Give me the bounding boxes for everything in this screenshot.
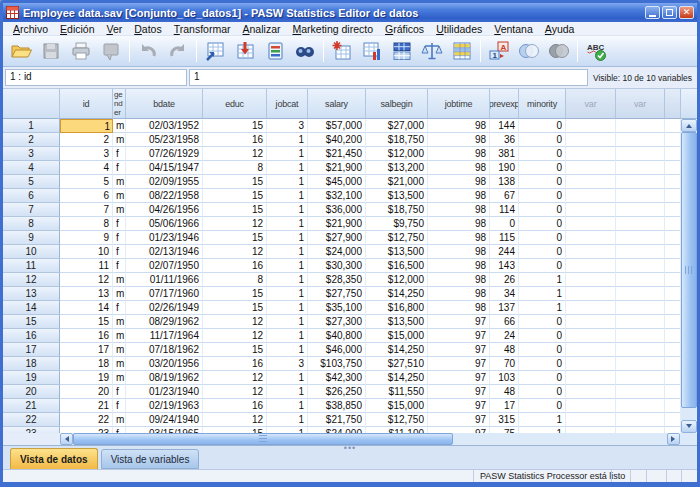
cell-7-jobtime[interactable]: 98 [428,203,490,217]
cell-3-salbegin[interactable]: $12,000 [366,147,428,161]
use-variable-sets-icon[interactable] [514,38,544,65]
cell-4-var[interactable] [566,161,616,175]
close-button[interactable]: ✕ [679,6,694,19]
cell-10-prevexp[interactable]: 244 [490,245,519,259]
cell-21-var[interactable] [566,399,616,413]
cell-9-var[interactable] [665,231,681,245]
cell-1-prevexp[interactable]: 144 [490,119,519,133]
cell-10-var[interactable] [616,245,665,259]
cell-17-salbegin[interactable]: $14,250 [366,343,428,357]
column-header-jobcat[interactable]: jobcat [267,89,308,119]
cell-5-jobtime[interactable]: 98 [428,175,490,189]
cell-1-var[interactable] [665,119,681,133]
cell-22-var[interactable] [665,413,681,427]
cell-7-salary[interactable]: $36,000 [308,203,366,217]
cell-15-educ[interactable]: 12 [203,315,267,329]
cell-14-educ[interactable]: 15 [203,301,267,315]
cell-17-minority[interactable]: 0 [519,343,566,357]
cell-7-jobcat[interactable]: 1 [267,203,308,217]
cell-2-salary[interactable]: $40,200 [308,133,366,147]
row-header-5[interactable]: 5 [3,175,60,189]
cell-6-jobtime[interactable]: 98 [428,189,490,203]
cell-10-minority[interactable]: 0 [519,245,566,259]
cell-2-prevexp[interactable]: 36 [490,133,519,147]
cell-11-prevexp[interactable]: 143 [490,259,519,273]
cell-11-var[interactable] [566,259,616,273]
vertical-scroll-track[interactable] [681,132,697,420]
cell-4-jobcat[interactable]: 1 [267,161,308,175]
cell-20-prevexp[interactable]: 48 [490,385,519,399]
cell-13-salary[interactable]: $27,750 [308,287,366,301]
menu-item-ventana[interactable]: Ventana [488,23,539,35]
cell-22-gender[interactable]: m [113,413,126,427]
cell-1-var[interactable] [566,119,616,133]
cell-14-id[interactable]: 14 [60,301,113,315]
cell-4-gender[interactable]: f [113,161,126,175]
row-header-14[interactable]: 14 [3,301,60,315]
row-header-10[interactable]: 10 [3,245,60,259]
cell-22-var[interactable] [566,413,616,427]
cell-5-educ[interactable]: 15 [203,175,267,189]
cell-12-var[interactable] [616,273,665,287]
cell-21-jobtime[interactable]: 97 [428,399,490,413]
tab-vista-de-datos[interactable]: Vista de datos [10,448,98,469]
cell-6-educ[interactable]: 15 [203,189,267,203]
cell-4-var[interactable] [665,161,681,175]
cell-13-jobcat[interactable]: 1 [267,287,308,301]
cell-18-minority[interactable]: 0 [519,357,566,371]
cell-11-jobcat[interactable]: 1 [267,259,308,273]
cell-6-bdate[interactable]: 08/22/1958 [126,189,203,203]
cell-20-educ[interactable]: 12 [203,385,267,399]
cell-17-bdate[interactable]: 07/18/1962 [126,343,203,357]
vertical-scroll-thumb[interactable] [681,132,697,408]
cell-18-bdate[interactable]: 03/20/1956 [126,357,203,371]
cell-2-id[interactable]: 2 [60,133,113,147]
cell-22-id[interactable]: 22 [60,413,113,427]
cell-16-id[interactable]: 16 [60,329,113,343]
row-header-16[interactable]: 16 [3,329,60,343]
cell-19-salary[interactable]: $42,300 [308,371,366,385]
find-icon[interactable] [290,38,320,65]
cell-15-id[interactable]: 15 [60,315,113,329]
cell-4-id[interactable]: 4 [60,161,113,175]
cell-6-minority[interactable]: 0 [519,189,566,203]
row-header-15[interactable]: 15 [3,315,60,329]
cell-1-jobtime[interactable]: 98 [428,119,490,133]
cell-7-bdate[interactable]: 04/26/1956 [126,203,203,217]
cell-3-jobcat[interactable]: 1 [267,147,308,161]
cell-21-prevexp[interactable]: 17 [490,399,519,413]
cell-9-var[interactable] [566,231,616,245]
cell-21-gender[interactable]: f [113,399,126,413]
menu-item-archivo[interactable]: Archivo [7,23,54,35]
cell-19-educ[interactable]: 12 [203,371,267,385]
cell-17-var[interactable] [566,343,616,357]
cell-3-var[interactable] [665,147,681,161]
cell-12-jobtime[interactable]: 98 [428,273,490,287]
minimize-button[interactable] [645,6,660,19]
cell-22-prevexp[interactable]: 315 [490,413,519,427]
cell-11-id[interactable]: 11 [60,259,113,273]
cell-12-minority[interactable]: 1 [519,273,566,287]
cell-16-jobtime[interactable]: 97 [428,329,490,343]
cell-18-gender[interactable]: m [113,357,126,371]
cell-2-salbegin[interactable]: $18,750 [366,133,428,147]
cell-3-id[interactable]: 3 [60,147,113,161]
row-header-17[interactable]: 17 [3,343,60,357]
cell-reference[interactable]: 1 : id [5,69,187,86]
cell-3-minority[interactable]: 0 [519,147,566,161]
cell-10-var[interactable] [566,245,616,259]
cell-8-jobtime[interactable]: 98 [428,217,490,231]
row-header-21[interactable]: 21 [3,399,60,413]
cell-10-gender[interactable]: f [113,245,126,259]
cell-9-salary[interactable]: $27,900 [308,231,366,245]
cell-20-jobtime[interactable]: 97 [428,385,490,399]
cell-13-var[interactable] [616,287,665,301]
column-header-empty[interactable] [665,89,681,119]
cell-14-salary[interactable]: $35,100 [308,301,366,315]
menu-item-ver[interactable]: Ver [100,23,128,35]
cell-8-id[interactable]: 8 [60,217,113,231]
cell-15-var[interactable] [665,315,681,329]
cell-20-gender[interactable]: f [113,385,126,399]
cell-14-var[interactable] [566,301,616,315]
row-header-9[interactable]: 9 [3,231,60,245]
